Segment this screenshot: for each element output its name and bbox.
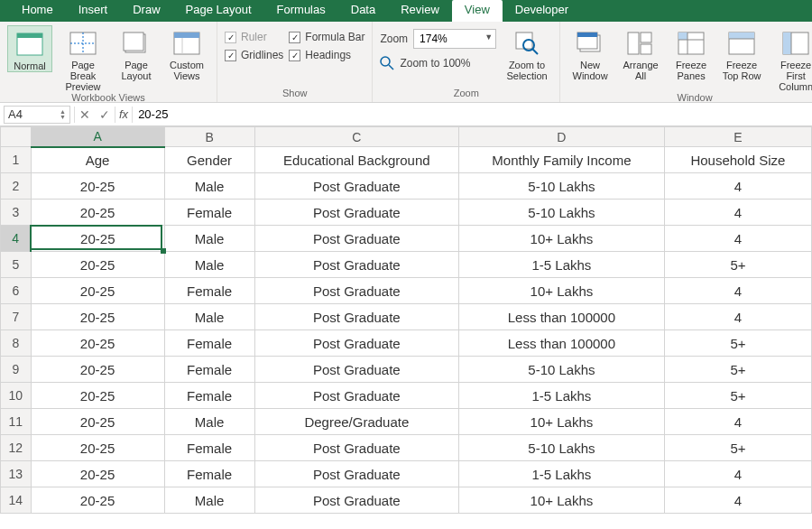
- cell-D1[interactable]: Monthly Family Income: [458, 147, 664, 173]
- row-header-4[interactable]: 4: [1, 226, 32, 252]
- cell-B5[interactable]: Male: [164, 252, 254, 278]
- cell-E6[interactable]: 4: [664, 278, 811, 304]
- tab-page-layout[interactable]: Page Layout: [173, 0, 264, 22]
- cell-D13[interactable]: 1-5 Lakhs: [458, 461, 664, 487]
- cell-B1[interactable]: Gender: [164, 147, 254, 173]
- cancel-formula-button[interactable]: ✕: [75, 107, 95, 122]
- cell-A9[interactable]: 20-25: [31, 357, 164, 383]
- cell-E4[interactable]: 4: [664, 226, 811, 252]
- tab-view[interactable]: View: [452, 0, 503, 22]
- cell-C1[interactable]: Educational Background: [254, 147, 458, 173]
- cell-C9[interactable]: Post Graduate: [254, 357, 458, 383]
- row-header-2[interactable]: 2: [1, 173, 32, 200]
- cell-B13[interactable]: Female: [164, 461, 254, 487]
- cell-A14[interactable]: 20-25: [31, 487, 164, 514]
- cell-B8[interactable]: Female: [164, 330, 254, 357]
- cell-E1[interactable]: Household Size: [664, 147, 811, 173]
- normal-view-button[interactable]: Normal: [7, 25, 52, 72]
- cell-D12[interactable]: 5-10 Lakhs: [458, 435, 664, 461]
- col-header-A[interactable]: A: [31, 127, 164, 147]
- custom-views-button[interactable]: Custom Views: [164, 25, 209, 81]
- col-header-B[interactable]: B: [164, 127, 254, 147]
- cell-A13[interactable]: 20-25: [31, 461, 164, 487]
- cell-D9[interactable]: 5-10 Lakhs: [458, 357, 664, 383]
- cell-E10[interactable]: 5+: [664, 383, 811, 409]
- col-header-D[interactable]: D: [458, 127, 664, 147]
- freeze-panes-button[interactable]: Freeze Panes: [669, 25, 714, 81]
- cell-A12[interactable]: 20-25: [31, 435, 164, 461]
- cell-D10[interactable]: 1-5 Lakhs: [458, 383, 664, 409]
- cell-E14[interactable]: 4: [664, 487, 811, 514]
- zoom-input[interactable]: [413, 29, 496, 49]
- col-header-C[interactable]: C: [254, 127, 458, 147]
- cell-B9[interactable]: Female: [164, 357, 254, 383]
- cell-B2[interactable]: Male: [164, 173, 254, 200]
- cell-E5[interactable]: 5+: [664, 252, 811, 278]
- tab-formulas[interactable]: Formulas: [264, 0, 338, 22]
- formula-input[interactable]: [133, 105, 812, 125]
- cell-C8[interactable]: Post Graduate: [254, 330, 458, 357]
- ruler-checkbox[interactable]: ✓Ruler: [225, 31, 283, 43]
- row-header-6[interactable]: 6: [1, 278, 32, 304]
- cell-A3[interactable]: 20-25: [31, 200, 164, 226]
- cell-A2[interactable]: 20-25: [31, 173, 164, 200]
- cell-D8[interactable]: Less than 100000: [458, 330, 664, 357]
- tab-data[interactable]: Data: [338, 0, 388, 22]
- tab-insert[interactable]: Insert: [66, 0, 121, 22]
- formula-bar-checkbox[interactable]: ✓Formula Bar: [289, 31, 364, 43]
- cell-C3[interactable]: Post Graduate: [254, 200, 458, 226]
- cell-C7[interactable]: Post Graduate: [254, 304, 458, 330]
- freeze-top-row-button[interactable]: Freeze Top Row: [719, 25, 764, 81]
- row-header-10[interactable]: 10: [1, 383, 32, 409]
- headings-checkbox[interactable]: ✓Headings: [289, 49, 364, 61]
- tab-home[interactable]: Home: [9, 0, 66, 22]
- cell-D7[interactable]: Less than 100000: [458, 304, 664, 330]
- worksheet-grid[interactable]: ABCDE1AgeGenderEducational BackgroundMon…: [0, 126, 812, 529]
- row-header-3[interactable]: 3: [1, 200, 32, 226]
- cell-C6[interactable]: Post Graduate: [254, 278, 458, 304]
- row-header-14[interactable]: 14: [1, 487, 32, 514]
- cell-B11[interactable]: Male: [164, 409, 254, 435]
- col-header-E[interactable]: E: [664, 127, 811, 147]
- cell-D11[interactable]: 10+ Lakhs: [458, 409, 664, 435]
- cell-D2[interactable]: 5-10 Lakhs: [458, 173, 664, 200]
- cell-D14[interactable]: 10+ Lakhs: [458, 487, 664, 514]
- name-box[interactable]: A4 ▲▼: [4, 106, 70, 124]
- cell-E8[interactable]: 5+: [664, 330, 811, 357]
- cell-E7[interactable]: 4: [664, 304, 811, 330]
- cell-A1[interactable]: Age: [31, 147, 164, 173]
- row-header-11[interactable]: 11: [1, 409, 32, 435]
- cell-A5[interactable]: 20-25: [31, 252, 164, 278]
- cell-B12[interactable]: Female: [164, 435, 254, 461]
- enter-formula-button[interactable]: ✓: [95, 107, 115, 122]
- cell-C12[interactable]: Post Graduate: [254, 435, 458, 461]
- cell-D6[interactable]: 10+ Lakhs: [458, 278, 664, 304]
- new-window-button[interactable]: New Window: [567, 25, 613, 81]
- arrange-all-button[interactable]: Arrange All: [618, 25, 663, 81]
- cell-B10[interactable]: Female: [164, 383, 254, 409]
- cell-E13[interactable]: 4: [664, 461, 811, 487]
- cell-E2[interactable]: 4: [664, 173, 811, 200]
- gridlines-checkbox[interactable]: ✓Gridlines: [225, 49, 283, 61]
- fx-icon[interactable]: fx: [115, 107, 132, 121]
- cell-C11[interactable]: Degree/Graduate: [254, 409, 458, 435]
- cell-B4[interactable]: Male: [164, 226, 254, 252]
- tab-review[interactable]: Review: [388, 0, 452, 22]
- row-header-8[interactable]: 8: [1, 330, 32, 357]
- row-header-7[interactable]: 7: [1, 304, 32, 330]
- zoom-100-button[interactable]: Zoom to 100%: [380, 56, 496, 70]
- row-header-9[interactable]: 9: [1, 357, 32, 383]
- cell-A8[interactable]: 20-25: [31, 330, 164, 357]
- cell-C10[interactable]: Post Graduate: [254, 383, 458, 409]
- cell-E11[interactable]: 4: [664, 409, 811, 435]
- cell-D3[interactable]: 5-10 Lakhs: [458, 200, 664, 226]
- page-break-preview-button[interactable]: Page Break Preview: [58, 25, 108, 92]
- select-all-cell[interactable]: [1, 127, 32, 147]
- cell-B6[interactable]: Female: [164, 278, 254, 304]
- cell-E12[interactable]: 5+: [664, 435, 811, 461]
- cell-C2[interactable]: Post Graduate: [254, 173, 458, 200]
- row-header-5[interactable]: 5: [1, 252, 32, 278]
- freeze-first-col-button[interactable]: Freeze First Column: [770, 25, 812, 92]
- row-header-13[interactable]: 13: [1, 461, 32, 487]
- cell-B3[interactable]: Female: [164, 200, 254, 226]
